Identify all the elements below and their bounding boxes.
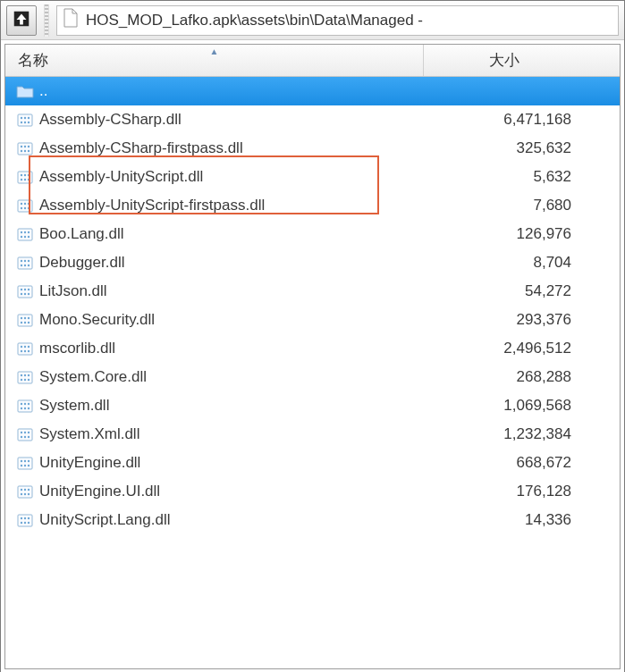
file-row[interactable]: System.Core.dll268,288 xyxy=(5,363,620,391)
svg-point-65 xyxy=(21,374,22,376)
svg-point-96 xyxy=(21,493,22,495)
file-size: 126,976 xyxy=(424,225,611,243)
svg-point-69 xyxy=(24,379,26,381)
file-row[interactable]: UnityEngine.UI.dll176,128 xyxy=(5,477,620,506)
dll-icon xyxy=(16,139,34,157)
svg-point-48 xyxy=(24,293,26,295)
parent-dir-row[interactable]: .. xyxy=(5,77,620,105)
file-row[interactable]: Boo.Lang.dll126,976 xyxy=(5,220,620,248)
svg-point-34 xyxy=(24,236,26,238)
svg-point-86 xyxy=(21,460,22,462)
column-name-label: 名称 xyxy=(18,50,48,71)
file-size: 325,632 xyxy=(424,139,611,157)
svg-point-98 xyxy=(28,493,30,495)
svg-point-73 xyxy=(24,403,26,405)
svg-point-81 xyxy=(28,432,30,433)
svg-point-80 xyxy=(24,432,26,433)
svg-rect-50 xyxy=(18,315,32,326)
file-row[interactable]: Mono.Security.dll293,376 xyxy=(5,306,620,334)
svg-rect-71 xyxy=(18,400,32,412)
file-row[interactable]: Assembly-CSharp.dll6,471,168 xyxy=(5,105,620,134)
svg-point-37 xyxy=(21,260,22,262)
file-name: System.Core.dll xyxy=(39,368,424,386)
file-row[interactable]: Assembly-CSharp-firstpass.dll325,632 xyxy=(5,134,620,163)
svg-point-100 xyxy=(21,517,22,519)
svg-rect-78 xyxy=(18,429,32,441)
file-row[interactable]: System.Xml.dll1,232,384 xyxy=(5,420,620,449)
svg-point-14 xyxy=(28,150,30,152)
svg-point-90 xyxy=(24,465,26,466)
dll-icon xyxy=(16,368,34,386)
svg-rect-8 xyxy=(18,143,32,155)
file-size: 14,336 xyxy=(424,511,611,529)
dll-icon xyxy=(16,225,34,243)
up-button[interactable] xyxy=(6,5,37,36)
file-row[interactable]: Debugger.dll8,704 xyxy=(5,248,620,277)
svg-point-16 xyxy=(21,174,22,176)
svg-point-20 xyxy=(24,179,26,181)
svg-point-39 xyxy=(28,260,30,262)
file-icon xyxy=(63,8,79,32)
file-row[interactable]: UnityScript.Lang.dll14,336 xyxy=(5,506,620,534)
file-size: 6,471,168 xyxy=(424,111,611,129)
svg-point-10 xyxy=(24,146,26,147)
svg-rect-57 xyxy=(18,343,32,355)
svg-point-105 xyxy=(28,522,30,524)
file-name: Mono.Security.dll xyxy=(39,311,424,329)
svg-point-17 xyxy=(24,174,26,176)
file-row[interactable]: Assembly-UnityScript-firstpass.dll7,680 xyxy=(5,191,620,220)
column-header-name[interactable]: 名称 ▲ xyxy=(5,45,424,76)
svg-point-72 xyxy=(21,403,22,405)
svg-point-84 xyxy=(28,436,30,438)
svg-point-89 xyxy=(21,465,22,466)
svg-point-33 xyxy=(21,236,22,238)
svg-point-93 xyxy=(21,489,22,491)
address-bar[interactable]: HOS_MOD_Lafko.apk\assets\bin\Data\Manage… xyxy=(56,5,619,36)
svg-point-35 xyxy=(28,236,30,238)
svg-point-101 xyxy=(24,517,26,519)
file-manager-window: HOS_MOD_Lafko.apk\assets\bin\Data\Manage… xyxy=(0,0,625,672)
file-name: UnityScript.Lang.dll xyxy=(39,511,424,529)
dll-icon xyxy=(16,311,34,329)
dll-icon xyxy=(16,454,34,472)
file-row[interactable]: Assembly-UnityScript.dll5,632 xyxy=(5,163,620,191)
svg-point-2 xyxy=(21,117,22,119)
parent-dir-label: .. xyxy=(39,82,424,100)
file-name: Debugger.dll xyxy=(39,254,424,272)
svg-point-41 xyxy=(24,265,26,266)
list-header: 名称 ▲ 大小 xyxy=(5,45,620,77)
svg-point-31 xyxy=(24,231,26,233)
file-size: 54,272 xyxy=(424,282,611,300)
svg-point-77 xyxy=(28,407,30,409)
column-header-size[interactable]: 大小 xyxy=(424,50,620,71)
svg-point-59 xyxy=(24,346,26,348)
dll-icon xyxy=(16,425,34,443)
file-row[interactable]: System.dll1,069,568 xyxy=(5,391,620,420)
file-name: System.dll xyxy=(39,397,424,415)
svg-point-70 xyxy=(28,379,30,381)
sort-asc-icon: ▲ xyxy=(210,46,219,56)
dll-icon xyxy=(16,111,34,129)
svg-point-66 xyxy=(24,374,26,376)
svg-point-40 xyxy=(21,265,22,266)
svg-point-55 xyxy=(24,322,26,323)
svg-point-95 xyxy=(28,489,30,491)
svg-point-42 xyxy=(28,265,30,266)
svg-rect-29 xyxy=(18,229,32,240)
svg-point-6 xyxy=(24,122,26,123)
svg-point-60 xyxy=(28,346,30,348)
svg-rect-92 xyxy=(18,486,32,498)
svg-rect-99 xyxy=(18,515,32,526)
svg-point-51 xyxy=(21,317,22,319)
svg-point-52 xyxy=(24,317,26,319)
file-row[interactable]: mscorlib.dll2,496,512 xyxy=(5,334,620,363)
svg-point-4 xyxy=(28,117,30,119)
file-size: 268,288 xyxy=(424,368,611,386)
svg-point-88 xyxy=(28,460,30,462)
rows-container: .. Assembly-CSharp.dll6,471,168 Assembly… xyxy=(5,77,620,534)
file-row[interactable]: LitJson.dll54,272 xyxy=(5,277,620,306)
svg-point-102 xyxy=(28,517,30,519)
toolbar-grip[interactable] xyxy=(44,4,49,37)
svg-rect-15 xyxy=(18,172,32,183)
file-row[interactable]: UnityEngine.dll668,672 xyxy=(5,449,620,477)
